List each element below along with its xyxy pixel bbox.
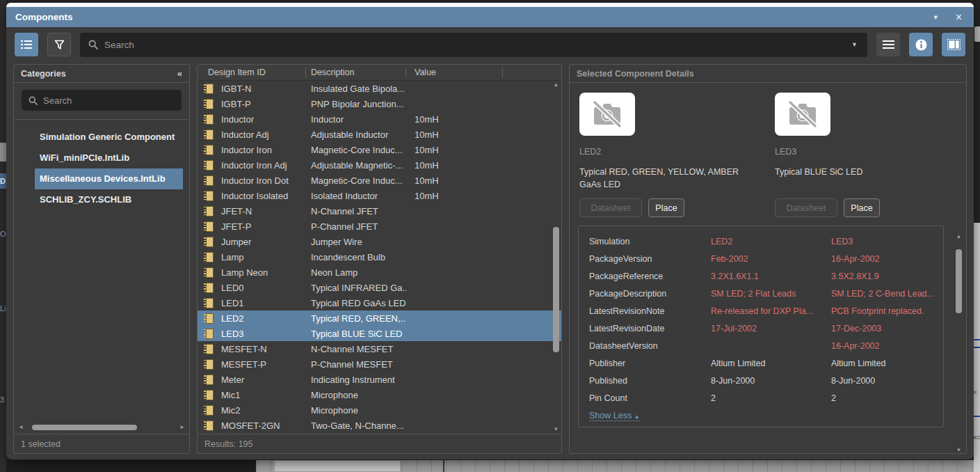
table-row[interactable]: JFET-PP-Channel JFET <box>198 219 561 234</box>
table-row[interactable]: MESFET-PP-Channel MESFET <box>198 356 561 372</box>
panel-menu-button[interactable] <box>876 33 900 56</box>
scrollbar-thumb[interactable] <box>956 249 962 313</box>
table-row[interactable]: MOSFET-2GNTwo-Gate, N-Channe... <box>198 418 561 433</box>
list-view-button[interactable] <box>15 33 38 56</box>
component-chip-icon <box>206 420 214 431</box>
table-row[interactable]: Inductor Iron DotMagnetic-Core Induc...1… <box>198 173 561 188</box>
collapse-icon[interactable]: « <box>177 68 182 79</box>
close-icon[interactable]: × <box>956 12 962 23</box>
component-icon-cell <box>198 359 221 370</box>
categories-search-bar[interactable] <box>22 90 182 111</box>
main-search-bar[interactable]: ▼ <box>80 33 867 57</box>
scrollbar-track[interactable] <box>956 239 962 448</box>
table-row[interactable]: IGBT-PPNP Bipolar Junction... <box>198 96 561 111</box>
component-icon-cell <box>198 129 221 140</box>
property-name: PackageReference <box>589 272 711 281</box>
scroll-up-icon[interactable]: ▲ <box>956 234 962 239</box>
table-row[interactable]: JumperJumper Wire <box>198 234 561 249</box>
property-value-led3: 17-Dec-2003 <box>831 324 943 333</box>
filter-button[interactable] <box>47 33 71 56</box>
scrollbar-thumb[interactable] <box>553 227 559 352</box>
description-cell: Adjustable Magnetic-... <box>306 160 406 171</box>
details-toggle-button[interactable] <box>909 33 933 56</box>
details-title: Selected Component Details <box>577 69 694 79</box>
scrollbar-thumb[interactable] <box>32 425 137 430</box>
component-chip-icon <box>206 267 214 278</box>
table-row[interactable]: Lamp NeonNeon Lamp <box>198 265 561 280</box>
table-row[interactable]: MeterIndicating Instrument <box>198 372 561 387</box>
design-item-id-cell: Mic1 <box>221 390 306 400</box>
component-chip-icon <box>206 252 214 262</box>
component-icon-cell <box>198 329 221 339</box>
column-header[interactable]: Value <box>406 68 503 78</box>
details-panel: Selected Component Details LED2Typical R… <box>569 64 967 454</box>
table-row[interactable]: Mic1Microphone <box>198 387 561 402</box>
category-item[interactable]: WiFi_miniPCIe.IntLib <box>14 148 189 168</box>
scroll-up-icon[interactable]: ▲ <box>554 82 559 88</box>
show-less-link[interactable]: Show Less ▲ <box>589 411 640 421</box>
category-item[interactable]: SCHLIB_ZCY.SCHLIB <box>14 189 189 210</box>
category-item[interactable]: Miscellaneous Devices.IntLib <box>35 168 183 189</box>
value-cell: 10mH <box>406 114 503 125</box>
table-row[interactable]: LED3Typical BLUE SiC LED <box>198 326 561 341</box>
scroll-down-icon[interactable]: ▼ <box>956 448 962 453</box>
no-image-icon <box>591 100 624 128</box>
category-item[interactable]: Simulation Generic Component <box>14 127 189 148</box>
panel-menu-icon[interactable]: ▼ <box>933 14 939 21</box>
funnel-icon <box>54 39 65 51</box>
component-chip-icon <box>206 175 214 186</box>
table-row[interactable]: LampIncandescent Bulb <box>198 249 561 265</box>
component-chip-icon <box>206 375 214 385</box>
search-input[interactable] <box>104 40 845 50</box>
components-table-panel: Design Item IDDescriptionValue IGBT-NIns… <box>197 64 562 454</box>
design-item-id-cell: Jumper <box>221 237 306 247</box>
table-row[interactable]: Inductor IsolatedIsolated Inductor10mH <box>198 188 561 203</box>
table-vertical-scrollbar[interactable]: ▲ ▼ <box>552 82 561 432</box>
table-row[interactable]: Inductor Iron AdjAdjustable Magnetic-...… <box>198 157 561 173</box>
component-icon-cell <box>198 313 221 324</box>
place-button[interactable]: Place <box>844 198 880 217</box>
place-button[interactable]: Place <box>648 198 684 217</box>
table-row[interactable]: Mic2Microphone <box>198 402 561 418</box>
categories-search-input[interactable] <box>43 95 175 106</box>
table-row[interactable]: MESFET-NN-Channel MESFET <box>198 341 561 356</box>
details-vertical-scrollbar[interactable]: ▲ ▼ <box>954 234 963 453</box>
scroll-left-icon[interactable]: ◄ <box>18 425 24 430</box>
component-icon-cell <box>198 252 221 262</box>
table-row[interactable]: IGBT-NInsulated Gate Bipola... <box>198 81 561 96</box>
property-name: Simulation <box>589 237 711 246</box>
table-row[interactable]: Inductor IronMagnetic-Core Induc...10mH <box>198 142 561 157</box>
design-item-id-cell: Lamp Neon <box>221 267 306 278</box>
panel-title: Components <box>15 12 73 22</box>
panel-titlebar: Components ▼ × <box>6 7 974 27</box>
scrollbar-track[interactable] <box>553 88 559 427</box>
table-row[interactable]: LED1Typical RED GaAs LED <box>198 295 561 310</box>
categories-horizontal-scrollbar[interactable]: ◄ ► <box>14 421 189 434</box>
scrollbar-track[interactable] <box>26 425 177 430</box>
table-row[interactable]: Inductor AdjAdjustable Inductor10mH <box>198 127 561 142</box>
search-dropdown-icon[interactable]: ▼ <box>851 41 859 48</box>
component-chip-icon <box>206 160 214 171</box>
component-chip-icon <box>206 145 214 155</box>
description-cell: Incandescent Bulb <box>306 252 406 262</box>
table-row[interactable]: InductorInductor10mH <box>198 111 561 127</box>
no-image-icon <box>786 100 819 128</box>
component-chip-icon <box>206 329 214 339</box>
component-icon-cell <box>198 114 221 125</box>
split-view-button[interactable] <box>942 33 965 56</box>
table-row[interactable]: JFET-NN-Channel JFET <box>198 203 561 219</box>
design-item-id-cell: MESFET-N <box>221 344 306 354</box>
table-row[interactable]: LED0Typical INFRARED Ga... <box>198 280 561 295</box>
value-cell: 10mH <box>406 129 503 140</box>
scroll-down-icon[interactable]: ▼ <box>554 427 559 432</box>
description-cell: Indicating Instrument <box>306 375 406 385</box>
table-row[interactable]: LED2Typical RED, GREEN,... <box>198 310 561 326</box>
components-panel: Components ▼ × <box>6 3 974 459</box>
component-chip-icon <box>206 206 214 217</box>
value-cell: 10mH <box>406 160 503 171</box>
design-item-id-cell: Mic2 <box>221 405 306 416</box>
property-row: Pin Count22 <box>579 389 943 407</box>
column-header[interactable]: Description <box>306 68 406 78</box>
scroll-right-icon[interactable]: ► <box>179 425 185 430</box>
column-header[interactable]: Design Item ID <box>198 68 306 78</box>
